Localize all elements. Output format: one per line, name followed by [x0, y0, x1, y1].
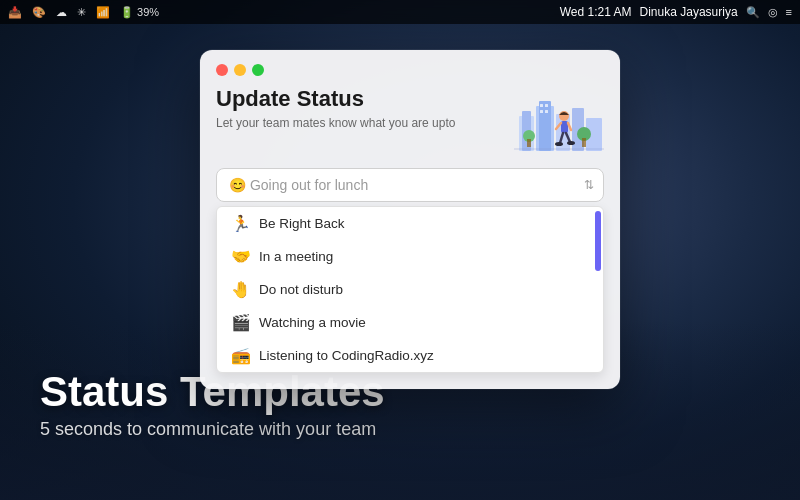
- dropdown-item-label-1: In a meeting: [259, 249, 333, 264]
- svg-point-21: [555, 142, 563, 146]
- svg-rect-3: [539, 101, 551, 151]
- scrollbar-thumb[interactable]: [595, 211, 601, 271]
- menubar-user: Dinuka Jayasuriya: [640, 5, 738, 19]
- dropdown-item-icon-0: 🏃: [231, 214, 251, 233]
- menubar-icon-mail[interactable]: 📥: [8, 6, 22, 19]
- status-select-wrapper[interactable]: 😊 Going out for lunch ⇅: [216, 168, 604, 202]
- traffic-lights: [216, 64, 264, 76]
- dropdown-item-1[interactable]: 🤝 In a meeting: [217, 240, 603, 273]
- svg-rect-7: [540, 104, 543, 107]
- modal-title: Update Status: [216, 86, 514, 112]
- dropdown-item-0[interactable]: 🏃 Be Right Back: [217, 207, 603, 240]
- menubar-icon-cloud[interactable]: ☁: [56, 6, 67, 19]
- bottom-subtitle: 5 seconds to communicate with your team: [40, 419, 385, 440]
- modal-titlebar: [200, 50, 620, 76]
- modal-body: 😊 Going out for lunch ⇅ 🏃 Be Right Back …: [200, 168, 620, 389]
- svg-rect-10: [545, 110, 548, 113]
- menubar-left: 📥 🎨 ☁ ✳ 📶 🔋 39%: [8, 6, 159, 19]
- menubar-search-icon[interactable]: 🔍: [746, 6, 760, 19]
- minimize-button[interactable]: [234, 64, 246, 76]
- dropdown-item-icon-4: 📻: [231, 346, 251, 365]
- modal-header: Update Status Let your team mates know w…: [200, 76, 620, 168]
- svg-rect-12: [527, 139, 531, 147]
- scrollbar-track: [595, 211, 601, 368]
- modal-subtitle: Let your team mates know what you are up…: [216, 116, 514, 130]
- dropdown-item-2[interactable]: 🤚 Do not disturb: [217, 273, 603, 306]
- close-button[interactable]: [216, 64, 228, 76]
- dropdown-item-icon-2: 🤚: [231, 280, 251, 299]
- dropdown-item-icon-1: 🤝: [231, 247, 251, 266]
- modal-window: Update Status Let your team mates know w…: [200, 50, 620, 389]
- menubar-time: Wed 1:21 AM: [560, 5, 632, 19]
- dropdown-item-label-0: Be Right Back: [259, 216, 345, 231]
- modal-illustration: [514, 86, 604, 156]
- menubar: 📥 🎨 ☁ ✳ 📶 🔋 39% Wed 1:21 AM Dinuka Jayas…: [0, 0, 800, 24]
- menubar-menu-icon[interactable]: ≡: [786, 6, 792, 18]
- menubar-icon-wifi[interactable]: 📶: [96, 6, 110, 19]
- svg-rect-9: [540, 110, 543, 113]
- menubar-icon-battery: 🔋 39%: [120, 6, 159, 19]
- dropdown-item-label-3: Watching a movie: [259, 315, 366, 330]
- dropdown-item-icon-3: 🎬: [231, 313, 251, 332]
- dropdown-item-3[interactable]: 🎬 Watching a movie: [217, 306, 603, 339]
- modal-header-text: Update Status Let your team mates know w…: [216, 86, 514, 130]
- maximize-button[interactable]: [252, 64, 264, 76]
- menubar-icon-creative[interactable]: 🎨: [32, 6, 46, 19]
- svg-rect-8: [545, 104, 548, 107]
- menubar-icon-bluetooth[interactable]: ✳: [77, 6, 86, 19]
- dropdown-list: 🏃 Be Right Back 🤝 In a meeting 🤚 Do not …: [216, 206, 604, 373]
- menubar-right: Wed 1:21 AM Dinuka Jayasuriya 🔍 ◎ ≡: [560, 5, 792, 19]
- svg-rect-14: [582, 138, 586, 147]
- dropdown-item-4[interactable]: 📻 Listening to CodingRadio.xyz: [217, 339, 603, 372]
- menubar-siri-icon[interactable]: ◎: [768, 6, 778, 19]
- dropdown-item-label-2: Do not disturb: [259, 282, 343, 297]
- status-select[interactable]: 😊 Going out for lunch: [216, 168, 604, 202]
- dropdown-item-label-4: Listening to CodingRadio.xyz: [259, 348, 434, 363]
- svg-point-22: [567, 141, 575, 145]
